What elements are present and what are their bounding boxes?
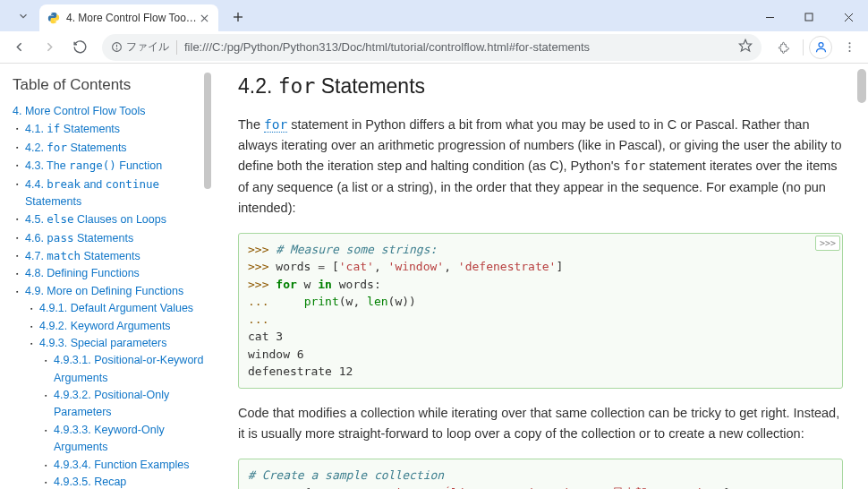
paragraph: The for statement in Python differs a bi… — [238, 115, 843, 219]
svg-point-12 — [116, 48, 117, 49]
svg-point-14 — [819, 43, 823, 47]
svg-point-16 — [848, 47, 850, 48]
sidebar: Table of Contents 4. More Control Flow T… — [0, 64, 213, 489]
window-controls — [750, 3, 868, 31]
forward-button[interactable] — [36, 34, 63, 61]
tab-search-button[interactable] — [11, 4, 36, 29]
extensions-button[interactable] — [770, 34, 797, 61]
toc-item[interactable]: 4.9.3.1. Positional-or-Keyword Arguments — [13, 352, 204, 387]
toc-item[interactable]: 4.1. if Statements — [13, 120, 204, 138]
toc-item[interactable]: 4.6. pass Statements — [13, 229, 204, 247]
main-content: 4.2. for Statements The for statement in… — [213, 64, 868, 489]
paragraph: Code that modifies a collection while it… — [238, 403, 843, 444]
main-scrollbar[interactable] — [857, 69, 866, 103]
code-block: >>>>>> # Measure some strings: >>> words… — [238, 233, 843, 389]
section-heading: 4.2. for Statements — [238, 74, 843, 99]
toc-item[interactable]: 4.9.3.2. Positional-Only Parameters — [13, 387, 204, 422]
toolbar-separator — [803, 39, 804, 56]
for-keyword-link[interactable]: for — [264, 117, 287, 133]
toc-item[interactable]: 4.7. match Statements — [13, 247, 204, 265]
python-favicon — [47, 11, 61, 25]
toc-item[interactable]: 4.9.1. Default Argument Values — [13, 300, 204, 317]
toc-item[interactable]: 4.2. for Statements — [13, 139, 204, 157]
new-tab-button[interactable] — [226, 4, 251, 30]
tab-close-button[interactable] — [197, 11, 211, 25]
toc-item[interactable]: 4.5. else Clauses on Loops — [13, 210, 204, 228]
sidebar-scrollbar[interactable] — [202, 69, 213, 484]
browser-toolbar: ファイル file:///C:/pg/Python/Python313/Doc/… — [0, 31, 868, 64]
minimize-button[interactable] — [750, 3, 789, 31]
bookmark-star-icon[interactable] — [738, 39, 753, 56]
toc-item[interactable]: 4.8. Defining Functions — [13, 265, 204, 282]
svg-rect-7 — [805, 13, 813, 21]
code-block: # Create a sample collection users = {'H… — [238, 459, 843, 489]
toc-item[interactable]: 4.9.3. Special parameters — [13, 335, 204, 352]
browser-tab[interactable]: 4. More Control Flow Tools — P — [39, 4, 218, 31]
reload-button[interactable] — [66, 34, 93, 61]
page-content: Table of Contents 4. More Control Flow T… — [0, 64, 868, 489]
address-bar[interactable]: ファイル file:///C:/pg/Python/Python313/Doc/… — [102, 34, 762, 61]
toc-item[interactable]: 4.9.3.4. Function Examples — [13, 457, 204, 474]
svg-point-17 — [848, 50, 850, 52]
toc-item[interactable]: 4.9.2. Keyword Arguments — [13, 318, 204, 335]
tab-strip: 4. More Control Flow Tools — P — [0, 0, 251, 31]
url-scheme-label: ファイル — [126, 39, 169, 55]
close-window-button[interactable] — [829, 3, 868, 31]
addrbar-separator — [176, 40, 177, 55]
toc-heading: Table of Contents — [13, 76, 204, 94]
svg-point-15 — [848, 42, 850, 44]
toc-item[interactable]: 4.4. break and continue Statements — [13, 176, 204, 211]
svg-point-0 — [51, 13, 52, 14]
toc-item[interactable]: 4.9. More on Defining Functions — [13, 283, 204, 300]
toc-item[interactable]: 4.9.3.3. Keyword-Only Arguments — [13, 422, 204, 457]
toc-item[interactable]: 4.3. The range() Function — [13, 157, 204, 175]
menu-button[interactable] — [836, 34, 863, 61]
profile-button[interactable] — [809, 36, 832, 59]
browser-titlebar: 4. More Control Flow Tools — P — [0, 0, 868, 31]
toc-item[interactable]: 4.9.3.5. Recap — [13, 474, 204, 489]
svg-point-1 — [55, 21, 56, 22]
maximize-button[interactable] — [789, 3, 829, 31]
back-button[interactable] — [5, 34, 32, 61]
toc-list: 4. More Control Flow Tools4.1. if Statem… — [13, 103, 204, 489]
svg-marker-13 — [739, 39, 751, 51]
copy-code-button[interactable]: >>> — [815, 236, 840, 251]
url-text: file:///C:/pg/Python/Python313/Doc/html/… — [184, 40, 733, 54]
tab-title: 4. More Control Flow Tools — P — [66, 12, 197, 24]
file-icon — [111, 41, 123, 53]
toc-item[interactable]: 4. More Control Flow Tools — [13, 103, 204, 120]
